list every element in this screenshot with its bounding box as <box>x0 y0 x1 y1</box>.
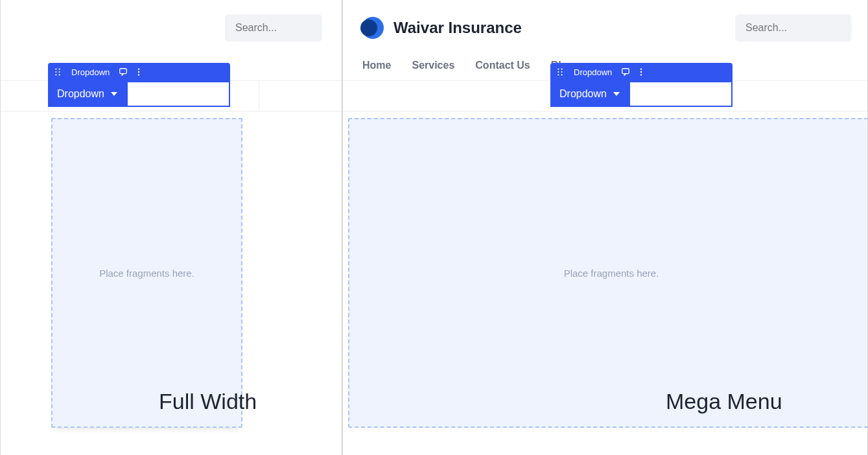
svg-rect-18 <box>622 69 629 74</box>
comment-icon[interactable] <box>119 67 128 76</box>
svg-point-13 <box>561 69 563 70</box>
dropdown-label: Dropdown <box>559 88 607 100</box>
drag-handle-icon[interactable] <box>53 67 62 76</box>
svg-point-0 <box>55 69 56 70</box>
svg-point-5 <box>59 74 60 75</box>
svg-point-20 <box>640 71 642 73</box>
fragment-toolbar: Dropdown <box>550 63 733 81</box>
svg-point-9 <box>138 74 139 75</box>
svg-point-14 <box>557 71 559 73</box>
chevron-down-icon <box>613 92 620 96</box>
svg-point-11 <box>360 19 377 36</box>
svg-point-15 <box>561 71 563 73</box>
svg-point-12 <box>557 69 559 70</box>
svg-point-7 <box>138 68 139 69</box>
fragment-dropzone[interactable]: Place fragments here. <box>51 118 242 428</box>
brand-title: Waivar Insurance <box>393 19 522 37</box>
fragment-toolbar-label: Dropdown <box>571 67 615 77</box>
dropdown-slot[interactable] <box>126 81 230 107</box>
panel-caption: Mega Menu <box>666 389 782 414</box>
svg-point-2 <box>55 71 56 73</box>
search-input[interactable] <box>735 14 852 41</box>
svg-point-19 <box>640 68 642 69</box>
search-input[interactable] <box>225 14 322 41</box>
dropzone-hint: Place fragments here. <box>564 268 659 279</box>
dropdown-label: Dropdown <box>57 88 104 100</box>
nav-services[interactable]: Services <box>412 60 454 71</box>
dropdown-slot[interactable] <box>629 81 733 107</box>
svg-point-3 <box>59 71 60 73</box>
svg-point-4 <box>55 74 56 75</box>
brand-logo-icon <box>358 15 384 41</box>
fragment-dropzone[interactable]: Place fragments here. <box>348 118 868 428</box>
nav-contact-us[interactable]: Contact Us <box>475 60 530 71</box>
svg-point-17 <box>561 74 563 75</box>
fragment-toolbar: Dropdown <box>48 63 230 81</box>
dropdown-row: Dropdown Dropdown <box>1 80 342 111</box>
more-icon[interactable] <box>637 67 646 76</box>
chevron-down-icon <box>111 92 117 96</box>
panel-full-width: ce ct Us Blog Dropdown <box>0 0 342 455</box>
dropdown-button[interactable]: Dropdown <box>48 81 126 107</box>
fragment-toolbar-label: Dropdown <box>69 67 112 77</box>
dropdown-row: Dropdown Dropdown <box>343 80 867 111</box>
nav-home[interactable]: Home <box>362 60 391 71</box>
svg-point-21 <box>640 74 642 75</box>
panel-mega-menu: Waivar Insurance Home Services Contact U… <box>342 0 868 455</box>
column-divider <box>259 81 259 111</box>
drag-handle-icon[interactable] <box>556 67 565 76</box>
svg-point-8 <box>138 71 139 73</box>
dropdown-button[interactable]: Dropdown <box>550 81 629 107</box>
more-icon[interactable] <box>134 67 143 76</box>
svg-point-16 <box>557 74 559 75</box>
svg-rect-6 <box>120 69 127 74</box>
svg-point-1 <box>59 69 60 70</box>
comment-icon[interactable] <box>621 67 630 76</box>
dropzone-hint: Place fragments here. <box>99 268 194 279</box>
panel-caption: Full Width <box>159 389 257 414</box>
